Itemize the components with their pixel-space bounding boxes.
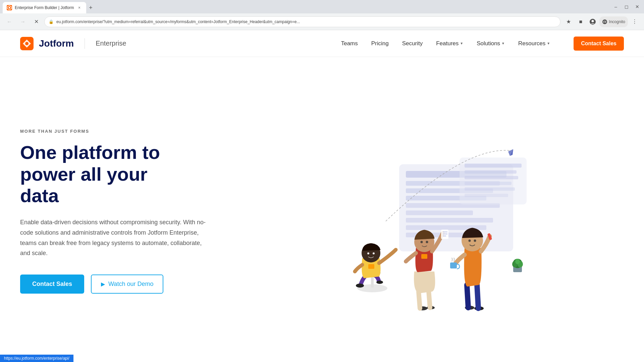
play-icon: ▶ xyxy=(101,281,105,287)
window-controls: – ◻ ✕ xyxy=(612,3,641,11)
svg-point-53 xyxy=(474,240,476,242)
close-window-button[interactable]: ✕ xyxy=(633,3,641,11)
hero-description: Enable data-driven decisions without com… xyxy=(20,217,208,258)
url-text: eu.jotform.com/enterprise/?utm_medium=re… xyxy=(56,19,556,24)
svg-rect-46 xyxy=(421,254,427,259)
svg-rect-50 xyxy=(450,262,457,268)
svg-point-45 xyxy=(426,241,428,243)
forward-button[interactable]: → xyxy=(17,16,28,27)
svg-rect-39 xyxy=(441,230,448,239)
nav-contact-sales-button[interactable]: Contact Sales xyxy=(574,37,624,51)
page-content: Jotform Enterprise Teams Pricing Securit… xyxy=(0,30,644,359)
nav-solutions[interactable]: Solutions ▼ xyxy=(477,40,505,47)
svg-rect-20 xyxy=(465,170,517,174)
hero-title: One platform to power all your data xyxy=(20,142,208,206)
hero-eyebrow: MORE THAN JUST FORMS xyxy=(20,129,208,134)
logo-divider xyxy=(85,38,85,49)
browser-toolbar: ← → ✕ 🔒 eu.jotform.com/enterprise/?utm_m… xyxy=(0,13,644,30)
solutions-chevron-icon: ▼ xyxy=(501,42,505,45)
reload-button[interactable]: ✕ xyxy=(31,16,42,27)
svg-point-5 xyxy=(605,21,606,22)
svg-point-0 xyxy=(9,7,10,9)
toolbar-actions: ★ ■ Incognito ⋮ xyxy=(563,16,640,27)
resources-chevron-icon: ▼ xyxy=(547,42,550,45)
hero-content: MORE THAN JUST FORMS One platform to pow… xyxy=(20,129,221,294)
svg-point-35 xyxy=(373,252,375,254)
status-bar: https://eu.jotform.com/enterprise/api/ xyxy=(0,355,73,362)
svg-rect-22 xyxy=(465,182,512,185)
svg-point-34 xyxy=(367,252,369,254)
browser-tab[interactable]: Enterprise Form Builder | Jotform × xyxy=(3,2,86,13)
svg-point-58 xyxy=(515,259,520,264)
jotform-logo-icon xyxy=(20,37,34,50)
status-url: https://eu.jotform.com/enterprise/api/ xyxy=(4,356,69,361)
watch-demo-button[interactable]: ▶ Watch our Demo xyxy=(91,275,163,294)
tab-title: Enterprise Form Builder | Jotform xyxy=(15,5,74,10)
svg-point-4 xyxy=(603,21,604,22)
hero-contact-sales-button[interactable]: Contact Sales xyxy=(20,275,84,294)
incognito-label: Incognito xyxy=(609,19,625,24)
nav-links: Teams Pricing Security Features ▼ Soluti… xyxy=(341,37,624,51)
svg-point-44 xyxy=(421,241,423,243)
nav-teams[interactable]: Teams xyxy=(341,40,358,47)
svg-rect-15 xyxy=(406,218,493,223)
svg-point-31 xyxy=(356,284,364,288)
svg-point-32 xyxy=(376,281,383,284)
nav-pricing[interactable]: Pricing xyxy=(371,40,389,47)
svg-rect-24 xyxy=(465,194,508,197)
address-bar[interactable]: 🔒 eu.jotform.com/enterprise/?utm_medium=… xyxy=(44,16,560,27)
hero-illustration-svg xyxy=(305,117,540,312)
nav-features[interactable]: Features ▼ xyxy=(436,40,463,47)
enterprise-label: Enterprise xyxy=(96,40,126,47)
back-button[interactable]: ← xyxy=(4,16,15,27)
incognito-badge: Incognito xyxy=(599,16,628,27)
tab-favicon xyxy=(7,5,12,10)
logo-area: Jotform Enterprise xyxy=(20,37,126,50)
browser-frame: Enterprise Form Builder | Jotform × + – … xyxy=(0,0,644,30)
svg-point-52 xyxy=(469,240,471,242)
svg-rect-14 xyxy=(406,210,473,215)
hero-illustration xyxy=(221,111,624,312)
nav-security[interactable]: Security xyxy=(402,40,423,47)
bookmark-star-button[interactable]: ★ xyxy=(563,16,574,27)
svg-point-2 xyxy=(592,20,594,22)
svg-rect-19 xyxy=(465,164,522,168)
profile-button[interactable] xyxy=(587,16,598,27)
hero-section: MORE THAN JUST FORMS One platform to pow… xyxy=(0,57,644,359)
new-tab-button[interactable]: + xyxy=(86,3,96,12)
close-tab-button[interactable]: × xyxy=(77,5,82,10)
site-nav: Jotform Enterprise Teams Pricing Securit… xyxy=(0,30,644,57)
logo-text: Jotform xyxy=(39,38,74,49)
svg-rect-23 xyxy=(465,187,515,191)
minimize-button[interactable]: – xyxy=(612,3,620,11)
lock-icon: 🔒 xyxy=(49,19,54,24)
maximize-button[interactable]: ◻ xyxy=(623,3,631,11)
browser-titlebar: Enterprise Form Builder | Jotform × + – … xyxy=(0,0,644,13)
svg-rect-36 xyxy=(368,264,374,269)
svg-point-3 xyxy=(602,19,607,24)
hero-buttons: Contact Sales ▶ Watch our Demo xyxy=(20,275,208,294)
svg-point-7 xyxy=(25,42,29,45)
nav-resources[interactable]: Resources ▼ xyxy=(518,40,550,47)
features-chevron-icon: ▼ xyxy=(460,42,463,45)
svg-rect-21 xyxy=(465,176,518,179)
extensions-button[interactable]: ■ xyxy=(575,16,586,27)
menu-button[interactable]: ⋮ xyxy=(629,16,640,27)
